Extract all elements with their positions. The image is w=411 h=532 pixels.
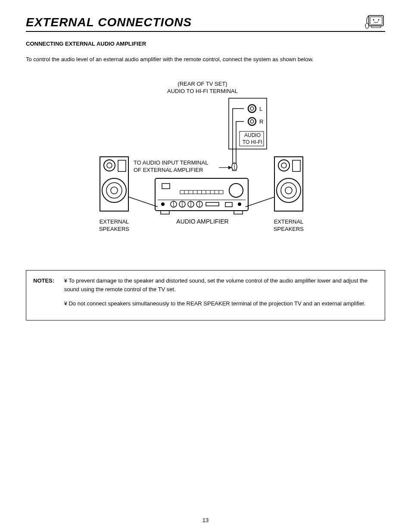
svg-point-2 bbox=[373, 19, 374, 21]
svg-marker-15 bbox=[228, 166, 232, 169]
svg-point-22 bbox=[111, 187, 118, 194]
svg-point-46 bbox=[161, 202, 165, 206]
note-item: ¥ Do not connect speakers simultaneously… bbox=[64, 299, 378, 308]
svg-rect-26 bbox=[293, 160, 300, 171]
tv-mascot-icon bbox=[364, 13, 385, 29]
svg-rect-58 bbox=[161, 211, 169, 214]
svg-point-29 bbox=[285, 187, 292, 194]
svg-rect-19 bbox=[118, 160, 126, 171]
page-title: EXTERNAL CONNECTIONS bbox=[26, 16, 192, 29]
notes-box: NOTES: ¥ To prevent damage to the speake… bbox=[26, 270, 385, 320]
header-row: EXTERNAL CONNECTIONS bbox=[26, 13, 385, 32]
svg-point-3 bbox=[378, 19, 380, 21]
svg-point-28 bbox=[281, 183, 296, 198]
svg-rect-55 bbox=[206, 202, 219, 206]
svg-rect-0 bbox=[369, 16, 383, 26]
right-sp-l2: SPEAKERS bbox=[274, 226, 304, 232]
svg-point-21 bbox=[106, 183, 122, 198]
svg-line-31 bbox=[246, 197, 275, 207]
svg-point-27 bbox=[277, 178, 301, 202]
svg-point-44 bbox=[229, 184, 243, 197]
svg-point-57 bbox=[238, 202, 241, 206]
right-sp-l1: EXTERNAL bbox=[274, 218, 304, 225]
svg-rect-59 bbox=[234, 211, 243, 214]
jack-r-label: R bbox=[259, 118, 263, 126]
notes-label: NOTES: bbox=[33, 277, 62, 285]
left-speaker-label: EXTERNAL SPEAKERS bbox=[95, 218, 134, 233]
left-sp-l2: SPEAKERS bbox=[99, 226, 129, 232]
svg-point-9 bbox=[248, 118, 256, 125]
right-speaker bbox=[274, 156, 304, 212]
rear-tv-line2: AUDIO TO HI-FI TERMINAL bbox=[167, 88, 238, 94]
input-term-line1: TO AUDIO INPUT TERMINAL bbox=[134, 159, 208, 166]
svg-point-25 bbox=[281, 163, 286, 168]
amplifier-unit bbox=[154, 177, 249, 216]
right-speaker-label: EXTERNAL SPEAKERS bbox=[269, 218, 308, 233]
svg-point-7 bbox=[248, 105, 256, 112]
left-sp-l1: EXTERNAL bbox=[100, 218, 129, 225]
input-terminal-label: TO AUDIO INPUT TERMINAL OF EXTERNAL AMPL… bbox=[134, 159, 228, 174]
page-number: 13 bbox=[0, 517, 411, 523]
svg-point-8 bbox=[250, 107, 254, 110]
svg-rect-1 bbox=[370, 17, 382, 25]
rear-tv-line1: (REAR OF TV SET) bbox=[177, 81, 227, 87]
svg-rect-56 bbox=[225, 202, 232, 207]
connection-diagram: (REAR OF TV SET) AUDIO TO HI-FI TERMINAL… bbox=[26, 81, 385, 244]
input-term-line2: OF EXTERNAL AMPLIFIER bbox=[134, 167, 203, 173]
svg-point-4 bbox=[365, 23, 369, 28]
svg-rect-33 bbox=[162, 184, 170, 189]
svg-point-10 bbox=[250, 120, 254, 123]
intro-text: To control the audio level of an externa… bbox=[26, 56, 385, 63]
amplifier-label: AUDIO AMPLIFIER bbox=[168, 218, 237, 225]
svg-point-18 bbox=[107, 163, 112, 168]
note-item: ¥ To prevent damage to the speaker and d… bbox=[64, 277, 378, 293]
rear-tv-label: (REAR OF TV SET) AUDIO TO HI-FI TERMINAL bbox=[159, 81, 246, 95]
svg-point-24 bbox=[278, 160, 290, 171]
svg-point-17 bbox=[104, 160, 115, 171]
left-speaker bbox=[99, 156, 129, 212]
notes-content: ¥ To prevent damage to the speaker and d… bbox=[64, 277, 378, 314]
svg-point-20 bbox=[102, 178, 126, 202]
arrow-to-plug bbox=[219, 165, 232, 170]
svg-line-30 bbox=[128, 197, 158, 207]
section-subtitle: CONNECTING EXTERNAL AUDIO AMPLIFIER bbox=[26, 40, 385, 47]
audio-hifi-line1: AUDIO bbox=[244, 132, 261, 138]
jack-l-label: L bbox=[259, 106, 262, 113]
